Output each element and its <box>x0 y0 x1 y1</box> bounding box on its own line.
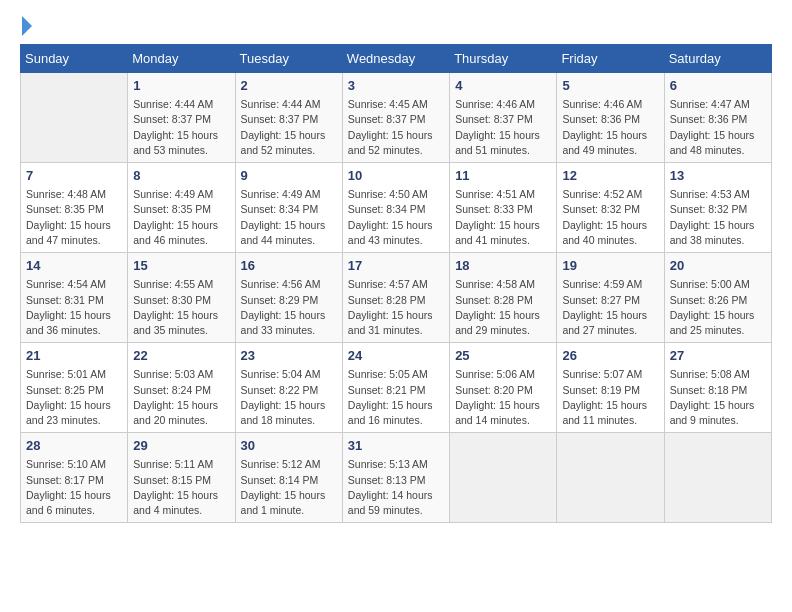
day-number: 27 <box>670 347 766 365</box>
day-info: Sunrise: 4:49 AM Sunset: 8:34 PM Dayligh… <box>241 187 337 248</box>
day-cell: 4Sunrise: 4:46 AM Sunset: 8:37 PM Daylig… <box>450 73 557 163</box>
day-cell: 12Sunrise: 4:52 AM Sunset: 8:32 PM Dayli… <box>557 163 664 253</box>
header-cell-thursday: Thursday <box>450 45 557 73</box>
day-cell: 3Sunrise: 4:45 AM Sunset: 8:37 PM Daylig… <box>342 73 449 163</box>
day-info: Sunrise: 4:46 AM Sunset: 8:37 PM Dayligh… <box>455 97 551 158</box>
day-info: Sunrise: 5:04 AM Sunset: 8:22 PM Dayligh… <box>241 367 337 428</box>
day-cell: 10Sunrise: 4:50 AM Sunset: 8:34 PM Dayli… <box>342 163 449 253</box>
day-info: Sunrise: 4:52 AM Sunset: 8:32 PM Dayligh… <box>562 187 658 248</box>
day-cell: 18Sunrise: 4:58 AM Sunset: 8:28 PM Dayli… <box>450 253 557 343</box>
day-cell: 29Sunrise: 5:11 AM Sunset: 8:15 PM Dayli… <box>128 433 235 523</box>
day-info: Sunrise: 5:01 AM Sunset: 8:25 PM Dayligh… <box>26 367 122 428</box>
day-info: Sunrise: 5:06 AM Sunset: 8:20 PM Dayligh… <box>455 367 551 428</box>
day-cell: 31Sunrise: 5:13 AM Sunset: 8:13 PM Dayli… <box>342 433 449 523</box>
day-info: Sunrise: 4:44 AM Sunset: 8:37 PM Dayligh… <box>241 97 337 158</box>
week-row-0: 1Sunrise: 4:44 AM Sunset: 8:37 PM Daylig… <box>21 73 772 163</box>
day-cell: 22Sunrise: 5:03 AM Sunset: 8:24 PM Dayli… <box>128 343 235 433</box>
header-cell-sunday: Sunday <box>21 45 128 73</box>
day-cell: 26Sunrise: 5:07 AM Sunset: 8:19 PM Dayli… <box>557 343 664 433</box>
day-info: Sunrise: 5:03 AM Sunset: 8:24 PM Dayligh… <box>133 367 229 428</box>
day-info: Sunrise: 5:07 AM Sunset: 8:19 PM Dayligh… <box>562 367 658 428</box>
day-number: 24 <box>348 347 444 365</box>
logo <box>20 20 32 36</box>
day-number: 31 <box>348 437 444 455</box>
day-info: Sunrise: 4:48 AM Sunset: 8:35 PM Dayligh… <box>26 187 122 248</box>
calendar-body: 1Sunrise: 4:44 AM Sunset: 8:37 PM Daylig… <box>21 73 772 523</box>
day-cell: 20Sunrise: 5:00 AM Sunset: 8:26 PM Dayli… <box>664 253 771 343</box>
day-info: Sunrise: 4:49 AM Sunset: 8:35 PM Dayligh… <box>133 187 229 248</box>
day-cell: 9Sunrise: 4:49 AM Sunset: 8:34 PM Daylig… <box>235 163 342 253</box>
day-info: Sunrise: 4:44 AM Sunset: 8:37 PM Dayligh… <box>133 97 229 158</box>
day-number: 18 <box>455 257 551 275</box>
day-info: Sunrise: 5:13 AM Sunset: 8:13 PM Dayligh… <box>348 457 444 518</box>
day-cell: 17Sunrise: 4:57 AM Sunset: 8:28 PM Dayli… <box>342 253 449 343</box>
day-number: 20 <box>670 257 766 275</box>
day-number: 19 <box>562 257 658 275</box>
day-cell <box>664 433 771 523</box>
day-info: Sunrise: 4:56 AM Sunset: 8:29 PM Dayligh… <box>241 277 337 338</box>
day-number: 22 <box>133 347 229 365</box>
day-cell: 19Sunrise: 4:59 AM Sunset: 8:27 PM Dayli… <box>557 253 664 343</box>
day-number: 4 <box>455 77 551 95</box>
day-number: 25 <box>455 347 551 365</box>
day-cell <box>557 433 664 523</box>
day-info: Sunrise: 5:00 AM Sunset: 8:26 PM Dayligh… <box>670 277 766 338</box>
day-cell: 2Sunrise: 4:44 AM Sunset: 8:37 PM Daylig… <box>235 73 342 163</box>
day-cell: 14Sunrise: 4:54 AM Sunset: 8:31 PM Dayli… <box>21 253 128 343</box>
day-info: Sunrise: 4:45 AM Sunset: 8:37 PM Dayligh… <box>348 97 444 158</box>
day-info: Sunrise: 4:59 AM Sunset: 8:27 PM Dayligh… <box>562 277 658 338</box>
day-cell: 21Sunrise: 5:01 AM Sunset: 8:25 PM Dayli… <box>21 343 128 433</box>
day-info: Sunrise: 4:57 AM Sunset: 8:28 PM Dayligh… <box>348 277 444 338</box>
day-cell: 25Sunrise: 5:06 AM Sunset: 8:20 PM Dayli… <box>450 343 557 433</box>
day-cell: 15Sunrise: 4:55 AM Sunset: 8:30 PM Dayli… <box>128 253 235 343</box>
day-cell: 30Sunrise: 5:12 AM Sunset: 8:14 PM Dayli… <box>235 433 342 523</box>
header-cell-tuesday: Tuesday <box>235 45 342 73</box>
day-info: Sunrise: 5:08 AM Sunset: 8:18 PM Dayligh… <box>670 367 766 428</box>
day-info: Sunrise: 4:58 AM Sunset: 8:28 PM Dayligh… <box>455 277 551 338</box>
day-info: Sunrise: 5:10 AM Sunset: 8:17 PM Dayligh… <box>26 457 122 518</box>
day-cell: 13Sunrise: 4:53 AM Sunset: 8:32 PM Dayli… <box>664 163 771 253</box>
day-info: Sunrise: 5:11 AM Sunset: 8:15 PM Dayligh… <box>133 457 229 518</box>
day-cell: 5Sunrise: 4:46 AM Sunset: 8:36 PM Daylig… <box>557 73 664 163</box>
week-row-2: 14Sunrise: 4:54 AM Sunset: 8:31 PM Dayli… <box>21 253 772 343</box>
day-number: 10 <box>348 167 444 185</box>
day-number: 5 <box>562 77 658 95</box>
day-number: 12 <box>562 167 658 185</box>
day-cell: 16Sunrise: 4:56 AM Sunset: 8:29 PM Dayli… <box>235 253 342 343</box>
logo-triangle-icon <box>22 16 32 36</box>
header-cell-wednesday: Wednesday <box>342 45 449 73</box>
day-number: 6 <box>670 77 766 95</box>
day-number: 13 <box>670 167 766 185</box>
day-info: Sunrise: 4:46 AM Sunset: 8:36 PM Dayligh… <box>562 97 658 158</box>
header-cell-monday: Monday <box>128 45 235 73</box>
day-number: 28 <box>26 437 122 455</box>
header-row: SundayMondayTuesdayWednesdayThursdayFrid… <box>21 45 772 73</box>
day-cell: 27Sunrise: 5:08 AM Sunset: 8:18 PM Dayli… <box>664 343 771 433</box>
day-number: 21 <box>26 347 122 365</box>
day-number: 16 <box>241 257 337 275</box>
day-number: 7 <box>26 167 122 185</box>
day-number: 14 <box>26 257 122 275</box>
day-number: 9 <box>241 167 337 185</box>
day-number: 23 <box>241 347 337 365</box>
week-row-3: 21Sunrise: 5:01 AM Sunset: 8:25 PM Dayli… <box>21 343 772 433</box>
day-info: Sunrise: 4:54 AM Sunset: 8:31 PM Dayligh… <box>26 277 122 338</box>
header-cell-friday: Friday <box>557 45 664 73</box>
day-number: 8 <box>133 167 229 185</box>
calendar-table: SundayMondayTuesdayWednesdayThursdayFrid… <box>20 44 772 523</box>
page-header <box>20 20 772 36</box>
day-number: 26 <box>562 347 658 365</box>
day-cell <box>450 433 557 523</box>
day-number: 30 <box>241 437 337 455</box>
day-number: 29 <box>133 437 229 455</box>
calendar-header: SundayMondayTuesdayWednesdayThursdayFrid… <box>21 45 772 73</box>
day-info: Sunrise: 4:53 AM Sunset: 8:32 PM Dayligh… <box>670 187 766 248</box>
day-number: 3 <box>348 77 444 95</box>
day-cell: 24Sunrise: 5:05 AM Sunset: 8:21 PM Dayli… <box>342 343 449 433</box>
week-row-4: 28Sunrise: 5:10 AM Sunset: 8:17 PM Dayli… <box>21 433 772 523</box>
week-row-1: 7Sunrise: 4:48 AM Sunset: 8:35 PM Daylig… <box>21 163 772 253</box>
day-number: 1 <box>133 77 229 95</box>
day-info: Sunrise: 5:12 AM Sunset: 8:14 PM Dayligh… <box>241 457 337 518</box>
day-info: Sunrise: 4:55 AM Sunset: 8:30 PM Dayligh… <box>133 277 229 338</box>
day-info: Sunrise: 4:47 AM Sunset: 8:36 PM Dayligh… <box>670 97 766 158</box>
